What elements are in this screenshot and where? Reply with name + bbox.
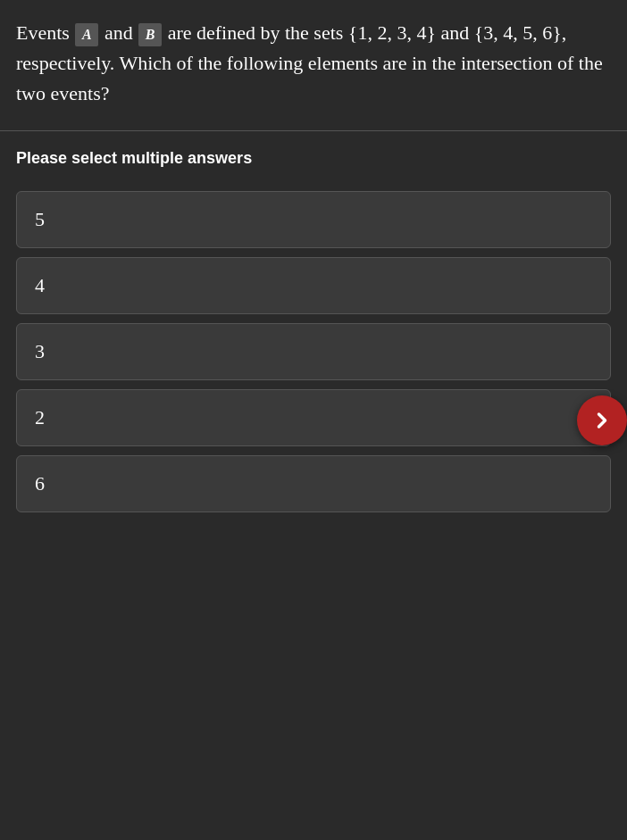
question-section: Events A and B are defined by the sets {… (0, 0, 627, 131)
answer-option-3[interactable]: 3 (16, 323, 611, 380)
question-middle: and (104, 21, 133, 44)
answer-option-6[interactable]: 6 (16, 455, 611, 512)
next-button-container (577, 395, 627, 445)
answer-option-5[interactable]: 5 (16, 191, 611, 248)
answer-value-5: 5 (35, 208, 45, 230)
answer-value-2: 2 (35, 406, 45, 428)
answer-value-6: 6 (35, 472, 45, 495)
event-label-a: A (75, 23, 98, 46)
answer-option-4[interactable]: 4 (16, 257, 611, 314)
event-label-b: B (138, 23, 162, 46)
answer-value-4: 4 (35, 274, 45, 296)
answer-value-3: 3 (35, 340, 45, 362)
next-button[interactable] (577, 395, 627, 445)
question-prefix: Events (16, 21, 70, 44)
question-text: Events A and B are defined by the sets {… (16, 18, 611, 109)
answer-option-2[interactable]: 2 (16, 389, 611, 446)
chevron-right-icon (589, 408, 614, 433)
instruction-text: Please select multiple answers (16, 149, 611, 168)
answers-list: 5 4 3 2 6 (0, 191, 627, 521)
instruction-section: Please select multiple answers (0, 131, 627, 191)
